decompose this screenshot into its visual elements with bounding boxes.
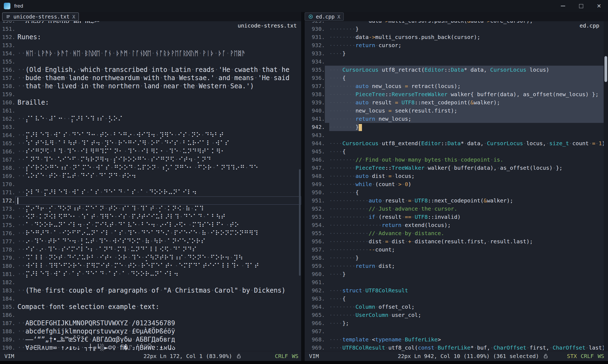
tab-close-button[interactable]: X [337, 14, 340, 20]
line-row[interactable]: 183.··(The·first·couple·of·paragraphs·of… [0, 286, 301, 295]
line-row[interactable]: 965.········UserColumn·user_col; [305, 311, 608, 319]
line-row[interactable]: 186. [0, 311, 301, 319]
line-row[interactable]: 172. [0, 196, 301, 205]
line-text[interactable]: ············//·Just·advance·the·cursor. [325, 205, 608, 213]
line-row[interactable]: 931.········data->multi_cursors.push_bac… [305, 33, 608, 41]
line-text[interactable]: ··abcdefghijklmnopqrstuvwxyz·£©µÀÆÖÞßéöÿ [15, 327, 301, 335]
line-row[interactable]: 949.········while·(count·>·0) [305, 180, 608, 188]
line-row[interactable]: 167.··⠁⠝⠙·⠹⠑·⠡⠊⠑⠋·⠍⠳⠗⠝⠻⠲·⡎⠊⠗⠕⠕⠛⠑·⠎⠊⠛⠝⠫·⠊… [0, 156, 301, 164]
line-text[interactable]: ················return·extend(locus); [325, 221, 608, 229]
line-row[interactable]: 938.········PieceTree::ReverseTreeWalker… [305, 90, 608, 98]
line-text[interactable] [325, 327, 608, 335]
line-text[interactable]: ····}; [325, 319, 608, 327]
minimize-button[interactable] [554, 0, 572, 12]
line-text[interactable]: ··⠁⠝⠙·⠹⠑·⠡⠊⠑⠋·⠍⠳⠗⠝⠻⠲·⡎⠊⠗⠕⠕⠛⠑·⠎⠊⠛⠝⠫·⠊⠞⠲·⡁… [15, 156, 301, 164]
line-row[interactable]: 945.····{ [305, 147, 608, 156]
line-row[interactable]: 155. [0, 57, 301, 66]
line-text[interactable]: ········Column·offset_col; [325, 303, 608, 311]
line-row[interactable]: 939.········auto·result·=·UTF8::next_cod… [305, 98, 608, 107]
line-row[interactable]: 966.····}; [305, 319, 608, 327]
line-row[interactable]: 190.··∀∂∈ℝ∧∪≡∞·↑↗↨↻⇣·┐┼╔╘░►☺♀·ﬁ�⑀₂ἠḂӥẄɐː… [0, 344, 301, 351]
line-row[interactable]: 968.····template·<typename·BufferLike> [305, 335, 608, 344]
line-row[interactable]: 935.····CursorLocus·utf8_retract(Editor:… [305, 66, 608, 74]
line-text[interactable]: ··⠪⠝·⠅⠝⠪⠇⠫⠛⠑⠂·⠱⠁⠞·⠹⠻⠑·⠊⠎·⠏⠜⠞⠊⠊⠥⠇⠜⠇⠹·⠙⠑⠁⠙… [15, 213, 301, 221]
line-text[interactable]: ········} [325, 25, 608, 33]
line-text[interactable]: ··⠊⠎·⠔·⠹⠑·⠎⠊⠍⠊⠇⠑⠆·⠁⠝⠙·⠍⠹·⠥⠝⠙⠁⠇⠇⠪⠫·⠙⠁⠝⠙⠎ [15, 245, 301, 254]
line-row[interactable]: 169.··⠡⠕⠎⠑·⠞⠕·⠏⠥⠞·⠙⠊⠎·⠙⠁⠝⠙·⠞⠕⠲ [0, 172, 301, 180]
line-text[interactable]: ··ᚻᛖ·ᚳᚹᚫᚦ·ᚦᚫᛏ·ᚻᛖ·ᛒᚢᛞᛖ·ᚩᚾ·ᚦᚫᛗ·ᛚᚪᚾᛞᛖ·ᚾᚩᚱᚦᚹ… [15, 49, 301, 57]
line-text[interactable]: ············--count; [325, 245, 608, 254]
line-text[interactable]: ··⠁·⠙⠕⠕⠗⠤⠝⠁⠊⠇⠲·⡊·⠍⠊⠣⠞·⠙⠁⠧⠑·⠃⠑⠲·⠔⠊⠇⠔⠫⠂·⠍⠹… [15, 221, 301, 229]
line-text[interactable]: ··bude·thaem·lande·northweardum·with·tha… [15, 74, 301, 82]
line-text[interactable]: ········auto·result·=·UTF8::next_codepoi… [325, 98, 608, 107]
line-row[interactable]: 182. [0, 278, 301, 286]
line-row[interactable]: 954.················return·extend(locus)… [305, 221, 608, 229]
line-row[interactable]: 950.········{ [305, 188, 608, 196]
line-text[interactable] [15, 41, 301, 49]
line-row[interactable]: 180.··⠺⠊⠇⠇·⠹⠻⠑⠋⠕⠗⠑·⠏⠻⠍⠊⠞·⠍⠑·⠞⠕·⠗⠑⠏⠑⠁⠞⠂·⠑… [0, 262, 301, 270]
line-row[interactable]: 152.Runes: [0, 33, 301, 41]
line-row[interactable]: 944.····CursorLocus·utf8_extend(Editor::… [305, 139, 608, 147]
line-text[interactable]: ··⡍⠔⠙⠖·⡊·⠙⠕⠝⠰⠞·⠍⠑⠁⠝·⠞⠕·⠎⠁⠹·⠹⠁⠞·⡊·⠅⠝⠪·⠷·⠍… [15, 205, 301, 213]
line-text[interactable]: ····UTF8ColResult·utf8_col(const·BufferL… [325, 344, 608, 351]
line-row[interactable]: 189.··–—‘“”„†•…‰™œŠŸž€·ΑΒΓΔΩαβγδω·АБВГДа… [0, 335, 301, 344]
line-row[interactable]: 173.··⡍⠔⠙⠖·⡊·⠙⠕⠝⠰⠞·⠍⠑⠁⠝·⠞⠕·⠎⠁⠹·⠹⠁⠞·⡊·⠅⠝⠪… [0, 205, 301, 213]
line-row[interactable]: 948.········auto·dist·=·locus; [305, 172, 608, 180]
line-text[interactable]: ············//·Advance·by·distance. [325, 229, 608, 237]
line-row[interactable]: 153. [0, 41, 301, 49]
line-text[interactable]: ··⡍⠜⠇⠑⠹·⠺⠁⠎·⠙⠑⠁⠙⠒·⠞⠕·⠃⠑⠛⠔·⠺⠊⠹⠲·⡹⠻⠑·⠊⠎·⠝⠕… [15, 131, 301, 139]
line-row[interactable]: 947.········PieceTree::TreeWalker·walker… [305, 164, 608, 172]
line-text[interactable] [325, 278, 608, 286]
line-row[interactable]: 163. [0, 123, 301, 131]
line-text[interactable] [15, 90, 301, 98]
line-row[interactable]: 160.Braille: [0, 98, 301, 107]
line-text[interactable]: ············auto·result·=·UTF8::next_cod… [325, 196, 608, 205]
line-text[interactable]: ········new_locus·=·seek(result.first); [325, 107, 608, 115]
line-text[interactable]: ··that·he·lived·in·the·northern·land·nea… [15, 82, 301, 90]
maximize-button[interactable] [572, 0, 590, 12]
line-row[interactable]: 956.············dist·=·dist·+·distance(r… [305, 237, 608, 245]
line-text[interactable]: ··ABCDEFGHIJKLMNOPQRSTUVWXYZ·/0123456789 [15, 319, 301, 327]
line-text[interactable]: ········PieceTree::ReverseTreeWalker·wal… [325, 90, 608, 98]
line-row[interactable]: 969.····UTF8ColResult·utf8_col(const·Buf… [305, 344, 608, 351]
line-row[interactable]: 959.········return·dist; [305, 262, 608, 270]
line-text[interactable]: ····} [325, 270, 608, 278]
line-text[interactable]: ········//·Find·out·how·many·bytes·this·… [325, 156, 608, 164]
line-row[interactable]: 165.··⠱⠁⠞⠑⠧⠻·⠁⠃⠳⠞·⠹⠁⠞⠲·⡹⠑·⠗⠑⠛⠊⠌⠻·⠕⠋·⠙⠊⠎·… [0, 139, 301, 147]
line-text[interactable]: ····struct·UTF8ColResult [325, 286, 608, 295]
line-text[interactable]: ··⡎⠊⠗⠕⠕⠛⠑⠰⠎·⠝⠁⠍⠑·⠺⠁⠎·⠛⠕⠕⠙·⠥⠏⠕⠝·⠰⡡⠁⠝⠛⠑⠂·⠋… [15, 164, 301, 172]
line-row[interactable]: 941.········return·new_locus; [305, 115, 608, 123]
line-text[interactable]: ············data->multi_cursors.push_bac… [325, 21, 608, 25]
line-text[interactable]: ··⠱⠁⠞⠑⠧⠻·⠁⠃⠳⠞·⠹⠁⠞⠲·⡹⠑·⠗⠑⠛⠊⠌⠻·⠕⠋·⠙⠊⠎·⠃⠥⠗⠊… [15, 139, 301, 147]
line-row[interactable]: 175.··⠁·⠙⠕⠕⠗⠤⠝⠁⠊⠇⠲·⡊·⠍⠊⠣⠞·⠙⠁⠧⠑·⠃⠑⠲·⠔⠊⠇⠔⠫… [0, 221, 301, 229]
line-row[interactable]: 158.··that·he·lived·in·the·northern·land… [0, 82, 301, 90]
line-text[interactable]: ········auto·new_locus·=·retract(locus); [325, 82, 608, 90]
tab-unicode-stress-txt[interactable]: unicode-stress.txt X [2, 13, 79, 21]
line-text[interactable]: Runes: [15, 33, 301, 41]
line-text[interactable]: ··⡌⠁⠧⠑·⠼⠁⠒··⡍⠜⠇⠑⠹⠰⠎·⡣⠕⠌ [15, 115, 301, 123]
line-text[interactable]: ····template·<typename·BufferLike> [325, 335, 608, 344]
line-row[interactable]: 176.··⠗⠑⠛⠜⠙·⠁·⠊⠕⠋⠋⠔⠤⠝⠁⠊⠇·⠁⠎·⠹⠑·⠙⠑⠁⠙⠑⠌·⠏⠊… [0, 229, 301, 237]
line-text[interactable]: ········return·cursor; [325, 41, 608, 49]
line-row[interactable]: 184. [0, 295, 301, 303]
line-row[interactable]: 181.··⡍⠜⠇⠑⠹·⠺⠁⠎·⠁⠎·⠙⠑⠁⠙·⠁⠎·⠁·⠙⠕⠕⠗⠤⠝⠁⠊⠇⠲ [0, 270, 301, 278]
line-text[interactable]: ············dist·=·dist·+·distance(resul… [325, 237, 608, 245]
line-row[interactable]: 963.····{ [305, 295, 608, 303]
close-button[interactable]: ✕ [590, 0, 608, 12]
line-text[interactable]: ········data->multi_cursors.push_back(cu… [325, 33, 608, 41]
line-text[interactable]: ········{ [325, 188, 608, 196]
line-text[interactable]: ········UserColumn·user_col; [325, 311, 608, 319]
line-row[interactable]: 161. [0, 107, 301, 115]
line-row[interactable]: 961. [305, 278, 608, 286]
line-row[interactable]: 962.····struct·UTF8ColResult [305, 286, 608, 295]
line-row[interactable]: 936.····{ [305, 74, 608, 82]
line-row[interactable]: 174.··⠪⠝·⠅⠝⠪⠇⠫⠛⠑⠂·⠱⠁⠞·⠹⠻⠑·⠊⠎·⠏⠜⠞⠊⠊⠥⠇⠜⠇⠹·… [0, 213, 301, 221]
line-text[interactable]: ··⠡⠕⠎⠑·⠞⠕·⠏⠥⠞·⠙⠊⠎·⠙⠁⠝⠙·⠞⠕⠲ [15, 172, 301, 180]
line-text[interactable] [15, 57, 301, 66]
line-row[interactable]: 952.············//·Just·advance·the·curs… [305, 205, 608, 213]
line-text[interactable]: ········auto·dist·=·locus; [325, 172, 608, 180]
line-text[interactable] [15, 180, 301, 188]
line-row[interactable]: 964.········Column·offset_col; [305, 303, 608, 311]
line-row[interactable]: 942.········} [305, 123, 608, 131]
line-row[interactable]: 188.··abcdefghijklmnopqrstuvwxyz·£©µÀÆÖÞ… [0, 327, 301, 335]
